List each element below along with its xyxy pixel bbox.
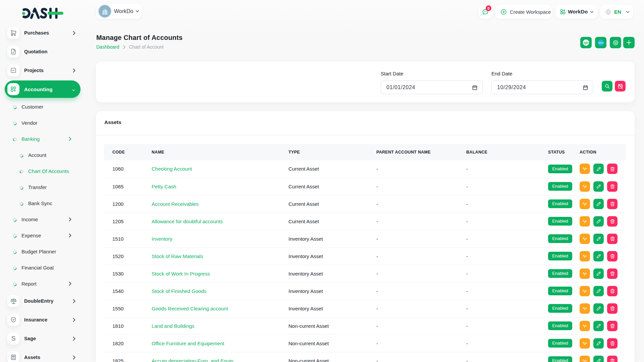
svg-text:xero: xero	[598, 41, 603, 44]
svg-text:qb: qb	[584, 41, 588, 45]
